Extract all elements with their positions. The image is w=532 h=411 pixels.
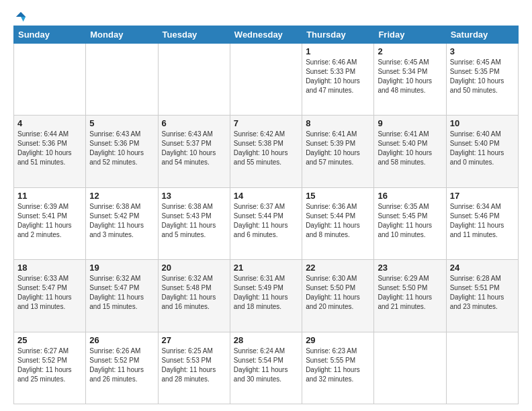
cell-day-number: 12: [89, 191, 154, 201]
cell-day-number: 29: [306, 335, 370, 345]
calendar-week-3: 11Sunrise: 6:39 AMSunset: 5:41 PMDayligh…: [14, 187, 519, 259]
calendar-cell: 27Sunrise: 6:25 AMSunset: 5:53 PMDayligh…: [158, 332, 230, 404]
cell-day-number: 23: [378, 263, 442, 273]
weekday-header-wednesday: Wednesday: [230, 26, 302, 44]
cell-info: Sunrise: 6:29 AMSunset: 5:50 PMDaylight:…: [378, 274, 442, 312]
logo-icon: [15, 11, 27, 23]
cell-info: Sunrise: 6:24 AMSunset: 5:54 PMDaylight:…: [234, 347, 298, 384]
calendar-cell: 25Sunrise: 6:27 AMSunset: 5:52 PMDayligh…: [14, 332, 86, 404]
cell-info: Sunrise: 6:34 AMSunset: 5:46 PMDaylight:…: [450, 202, 515, 240]
cell-info: Sunrise: 6:45 AMSunset: 5:34 PMDaylight:…: [378, 58, 442, 95]
cell-day-number: 20: [162, 263, 226, 273]
cell-day-number: 1: [306, 46, 370, 56]
calendar-cell: 22Sunrise: 6:30 AMSunset: 5:50 PMDayligh…: [302, 260, 374, 332]
calendar-cell: 28Sunrise: 6:24 AMSunset: 5:54 PMDayligh…: [230, 332, 302, 404]
cell-info: Sunrise: 6:31 AMSunset: 5:49 PMDaylight:…: [234, 274, 298, 312]
cell-day-number: 28: [234, 335, 298, 345]
calendar-cell: 2Sunrise: 6:45 AMSunset: 5:34 PMDaylight…: [374, 44, 446, 116]
calendar-cell: 29Sunrise: 6:23 AMSunset: 5:55 PMDayligh…: [302, 332, 374, 404]
cell-info: Sunrise: 6:42 AMSunset: 5:38 PMDaylight:…: [234, 130, 298, 167]
calendar-cell: 24Sunrise: 6:28 AMSunset: 5:51 PMDayligh…: [446, 260, 518, 332]
cell-info: Sunrise: 6:30 AMSunset: 5:50 PMDaylight:…: [306, 274, 370, 312]
cell-info: Sunrise: 6:45 AMSunset: 5:35 PMDaylight:…: [450, 58, 515, 95]
cell-day-number: 18: [17, 263, 82, 273]
cell-day-number: 17: [450, 191, 515, 201]
calendar-cell: [86, 44, 158, 116]
svg-marker-0: [16, 12, 26, 17]
cell-day-number: 13: [162, 191, 226, 201]
calendar-cell: 12Sunrise: 6:38 AMSunset: 5:42 PMDayligh…: [86, 187, 158, 259]
calendar-cell: 1Sunrise: 6:46 AMSunset: 5:33 PMDaylight…: [302, 44, 374, 116]
cell-day-number: 27: [162, 335, 226, 345]
cell-day-number: 4: [17, 118, 82, 128]
cell-info: Sunrise: 6:43 AMSunset: 5:36 PMDaylight:…: [89, 130, 154, 167]
calendar-cell: 11Sunrise: 6:39 AMSunset: 5:41 PMDayligh…: [14, 187, 86, 259]
cell-day-number: 16: [378, 191, 442, 201]
cell-day-number: 24: [450, 263, 515, 273]
calendar-table: SundayMondayTuesdayWednesdayThursdayFrid…: [13, 26, 519, 404]
cell-info: Sunrise: 6:23 AMSunset: 5:55 PMDaylight:…: [306, 347, 370, 384]
calendar-cell: 18Sunrise: 6:33 AMSunset: 5:47 PMDayligh…: [14, 260, 86, 332]
svg-marker-1: [21, 17, 26, 21]
cell-info: Sunrise: 6:38 AMSunset: 5:43 PMDaylight:…: [162, 202, 226, 240]
calendar-cell: 6Sunrise: 6:43 AMSunset: 5:37 PMDaylight…: [158, 116, 230, 187]
calendar-cell: 13Sunrise: 6:38 AMSunset: 5:43 PMDayligh…: [158, 187, 230, 259]
calendar-cell: 16Sunrise: 6:35 AMSunset: 5:45 PMDayligh…: [374, 187, 446, 259]
calendar-week-1: 1Sunrise: 6:46 AMSunset: 5:33 PMDaylight…: [14, 44, 519, 116]
cell-day-number: 26: [89, 335, 154, 345]
weekday-header-tuesday: Tuesday: [158, 26, 230, 44]
weekday-header-monday: Monday: [86, 26, 158, 44]
weekday-header-row: SundayMondayTuesdayWednesdayThursdayFrid…: [14, 26, 519, 44]
cell-day-number: 19: [89, 263, 154, 273]
calendar-week-2: 4Sunrise: 6:44 AMSunset: 5:36 PMDaylight…: [14, 116, 519, 187]
calendar-cell: [14, 44, 86, 116]
cell-info: Sunrise: 6:44 AMSunset: 5:36 PMDaylight:…: [17, 130, 82, 167]
cell-info: Sunrise: 6:32 AMSunset: 5:47 PMDaylight:…: [89, 274, 154, 312]
weekday-header-saturday: Saturday: [446, 26, 518, 44]
cell-day-number: 14: [234, 191, 298, 201]
calendar-cell: 23Sunrise: 6:29 AMSunset: 5:50 PMDayligh…: [374, 260, 446, 332]
cell-info: Sunrise: 6:38 AMSunset: 5:42 PMDaylight:…: [89, 202, 154, 240]
cell-info: Sunrise: 6:43 AMSunset: 5:37 PMDaylight:…: [162, 130, 226, 167]
calendar-cell: [158, 44, 230, 116]
calendar-cell: 4Sunrise: 6:44 AMSunset: 5:36 PMDaylight…: [14, 116, 86, 187]
cell-info: Sunrise: 6:37 AMSunset: 5:44 PMDaylight:…: [234, 202, 298, 240]
calendar-cell: 5Sunrise: 6:43 AMSunset: 5:36 PMDaylight…: [86, 116, 158, 187]
cell-day-number: 15: [306, 191, 370, 201]
calendar-cell: 3Sunrise: 6:45 AMSunset: 5:35 PMDaylight…: [446, 44, 518, 116]
cell-info: Sunrise: 6:35 AMSunset: 5:45 PMDaylight:…: [378, 202, 442, 240]
cell-info: Sunrise: 6:33 AMSunset: 5:47 PMDaylight:…: [17, 274, 82, 312]
cell-day-number: 9: [378, 118, 442, 128]
calendar-cell: 17Sunrise: 6:34 AMSunset: 5:46 PMDayligh…: [446, 187, 518, 259]
calendar-cell: 9Sunrise: 6:41 AMSunset: 5:40 PMDaylight…: [374, 116, 446, 187]
cell-info: Sunrise: 6:32 AMSunset: 5:48 PMDaylight:…: [162, 274, 226, 312]
cell-day-number: 11: [17, 191, 82, 201]
calendar-cell: 20Sunrise: 6:32 AMSunset: 5:48 PMDayligh…: [158, 260, 230, 332]
page: SundayMondayTuesdayWednesdayThursdayFrid…: [0, 0, 532, 411]
cell-day-number: 6: [162, 118, 226, 128]
calendar-cell: 10Sunrise: 6:40 AMSunset: 5:40 PMDayligh…: [446, 116, 518, 187]
cell-info: Sunrise: 6:27 AMSunset: 5:52 PMDaylight:…: [17, 347, 82, 384]
cell-day-number: 5: [89, 118, 154, 128]
cell-day-number: 2: [378, 46, 442, 56]
cell-info: Sunrise: 6:36 AMSunset: 5:44 PMDaylight:…: [306, 202, 370, 240]
calendar-week-4: 18Sunrise: 6:33 AMSunset: 5:47 PMDayligh…: [14, 260, 519, 332]
calendar-cell: 26Sunrise: 6:26 AMSunset: 5:52 PMDayligh…: [86, 332, 158, 404]
calendar-cell: [374, 332, 446, 404]
cell-info: Sunrise: 6:41 AMSunset: 5:39 PMDaylight:…: [306, 130, 370, 167]
cell-day-number: 8: [306, 118, 370, 128]
calendar-cell: 14Sunrise: 6:37 AMSunset: 5:44 PMDayligh…: [230, 187, 302, 259]
cell-day-number: 25: [17, 335, 82, 345]
weekday-header-friday: Friday: [374, 26, 446, 44]
calendar-cell: [446, 332, 518, 404]
cell-info: Sunrise: 6:41 AMSunset: 5:40 PMDaylight:…: [378, 130, 442, 167]
calendar-week-5: 25Sunrise: 6:27 AMSunset: 5:52 PMDayligh…: [14, 332, 519, 404]
cell-day-number: 3: [450, 46, 515, 56]
calendar-cell: 7Sunrise: 6:42 AMSunset: 5:38 PMDaylight…: [230, 116, 302, 187]
cell-info: Sunrise: 6:39 AMSunset: 5:41 PMDaylight:…: [17, 202, 82, 240]
logo: [13, 11, 27, 20]
calendar-cell: 8Sunrise: 6:41 AMSunset: 5:39 PMDaylight…: [302, 116, 374, 187]
cell-day-number: 10: [450, 118, 515, 128]
weekday-header-sunday: Sunday: [14, 26, 86, 44]
cell-day-number: 21: [234, 263, 298, 273]
